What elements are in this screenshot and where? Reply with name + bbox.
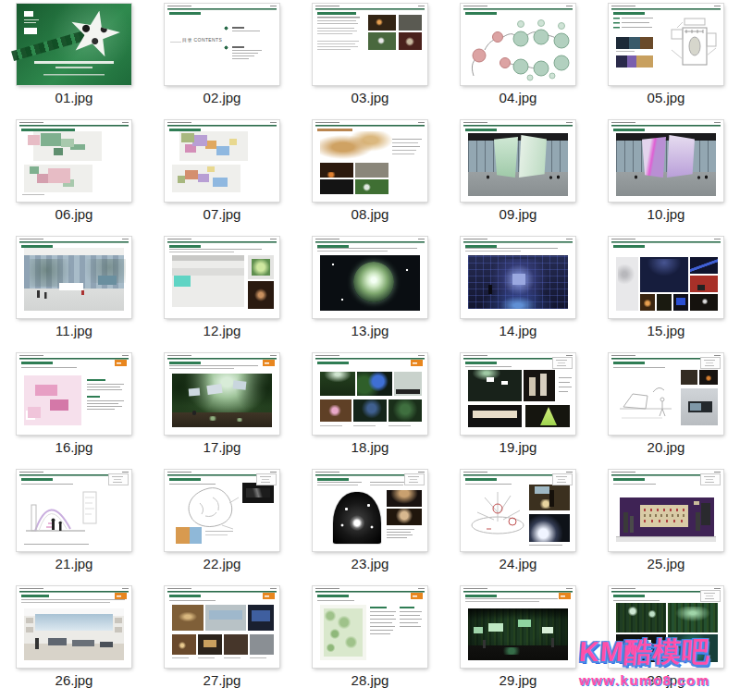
file-thumbnail-cave[interactable] [313, 470, 427, 551]
file-name-label[interactable]: 14.jpg [500, 323, 537, 338]
file-thumbnail[interactable] [313, 4, 427, 85]
file-thumbnail-collage[interactable] [609, 237, 723, 318]
screen-graphic [233, 380, 247, 389]
file-thumbnail-tunnel[interactable] [461, 237, 575, 318]
file-name-label[interactable]: 10.jpg [648, 206, 685, 222]
file-thumbnail-photo-grid[interactable] [165, 586, 279, 668]
file-thumbnail-cover[interactable] [17, 4, 131, 85]
file-name-label[interactable]: 03.jpg [352, 90, 389, 105]
file-tile[interactable]: 20.jpg [592, 350, 740, 466]
sketch-stamp-icon [553, 358, 572, 368]
file-thumbnail-bamboo-grid[interactable] [609, 586, 723, 668]
file-tile[interactable]: 28.jpg [296, 583, 444, 699]
file-tile[interactable]: 26.jpg [0, 583, 148, 699]
file-name-label[interactable]: 06.jpg [56, 206, 93, 222]
sketch-stamp-icon [701, 358, 720, 368]
file-tile[interactable]: 23.jpg [296, 466, 444, 583]
file-thumbnail-showcase[interactable] [461, 353, 575, 435]
file-name-label[interactable]: 04.jpg [500, 90, 537, 105]
screen-graphic [642, 137, 666, 178]
file-thumbnail-contents[interactable]: 目录 CONTENTS [165, 4, 279, 85]
file-thumbnail-blob-sketch[interactable] [165, 470, 279, 551]
file-tile[interactable]: 11.jpg [0, 233, 148, 350]
file-name-label[interactable]: 08.jpg [352, 206, 389, 222]
file-thumbnail-plan[interactable] [609, 4, 723, 85]
file-name-label[interactable]: 20.jpg [648, 439, 685, 455]
file-tile[interactable]: 06.jpg [0, 117, 148, 233]
file-name-label[interactable]: 24.jpg [500, 556, 537, 571]
file-name-label[interactable]: 07.jpg [204, 206, 241, 222]
file-name-label[interactable]: 23.jpg [352, 556, 389, 571]
file-tile[interactable]: 目录 CONTENTS 02.jpg [148, 0, 296, 117]
file-name-label[interactable]: 29.jpg [500, 672, 537, 688]
file-name-label[interactable]: 02.jpg [204, 90, 241, 105]
file-thumbnail-sketch-product[interactable] [609, 353, 723, 435]
thumbnail-grid: 01.jpg 目录 CONTENTS 02.jpg 03.jpg [0, 0, 740, 700]
file-tile[interactable]: 13.jpg [296, 233, 444, 350]
file-name-label[interactable]: 27.jpg [204, 672, 241, 688]
file-thumbnail-elevation[interactable] [17, 470, 131, 551]
file-tile[interactable]: 12.jpg [148, 233, 296, 350]
file-name-label[interactable]: 01.jpg [56, 90, 93, 105]
file-thumbnail-jungle[interactable] [165, 353, 279, 435]
file-tile[interactable]: 29.jpg [444, 583, 592, 699]
file-tile[interactable]: 07.jpg [148, 117, 296, 233]
file-name-label[interactable]: 30.jpg [648, 672, 685, 688]
file-tile[interactable]: 04.jpg [444, 0, 592, 117]
file-thumbnail-landscape-plan[interactable] [313, 586, 427, 668]
file-name-label[interactable]: 12.jpg [204, 323, 241, 338]
file-thumbnail-portal[interactable] [313, 237, 427, 318]
file-thumbnail-jungle-grid[interactable] [313, 353, 427, 435]
file-name-label[interactable]: 05.jpg [648, 90, 685, 105]
file-tile[interactable]: 10.jpg [592, 117, 740, 233]
screen-graphic [494, 137, 518, 178]
file-thumbnail-hall-purple[interactable] [609, 120, 723, 202]
file-thumbnail-plan-green[interactable] [17, 120, 131, 202]
file-thumbnail-plan-color[interactable] [165, 120, 279, 202]
file-thumbnail-interior[interactable] [165, 237, 279, 318]
file-name-label[interactable]: 21.jpg [56, 556, 93, 571]
file-tile[interactable]: 25.jpg [592, 466, 740, 583]
file-tile[interactable]: 16.jpg [0, 350, 148, 466]
file-tile[interactable]: 21.jpg [0, 466, 148, 583]
file-thumbnail-flowchart[interactable] [461, 4, 575, 85]
file-thumbnail-gallery[interactable] [17, 586, 131, 668]
file-name-label[interactable]: 18.jpg [352, 439, 389, 455]
file-thumbnail-purple-wall[interactable] [609, 470, 723, 551]
orange-logo-icon [411, 593, 423, 599]
file-thumbnail-sketch[interactable] [313, 120, 427, 202]
file-tile[interactable]: 19.jpg [444, 350, 592, 466]
file-tile[interactable]: 14.jpg [444, 233, 592, 350]
sketch-stamp-icon [257, 474, 276, 485]
file-tile[interactable]: 27.jpg [148, 583, 296, 699]
file-name-label[interactable]: 09.jpg [500, 206, 537, 222]
file-tile[interactable]: 18.jpg [296, 350, 444, 466]
file-name-label[interactable]: 19.jpg [500, 439, 537, 455]
file-thumbnail-pink-plan[interactable] [17, 353, 131, 435]
file-tile[interactable]: 09.jpg [444, 117, 592, 233]
file-tile[interactable]: 30.jpg [592, 583, 740, 699]
file-name-label[interactable]: 28.jpg [352, 672, 389, 688]
file-name-label[interactable]: 22.jpg [204, 556, 241, 571]
flowchart-graphic [468, 17, 570, 81]
file-tile[interactable]: 03.jpg [296, 0, 444, 117]
file-name-label[interactable]: 15.jpg [648, 323, 685, 338]
file-thumbnail-diagram[interactable] [461, 470, 575, 551]
file-name-label[interactable]: 25.jpg [648, 556, 685, 571]
file-name-label[interactable]: 11.jpg [56, 323, 92, 338]
file-tile[interactable]: 17.jpg [148, 350, 296, 466]
file-name-label[interactable]: 26.jpg [56, 672, 93, 688]
file-tile[interactable]: 15.jpg [592, 233, 740, 350]
file-name-label[interactable]: 13.jpg [352, 323, 389, 338]
file-thumbnail-bamboo-hall[interactable] [461, 586, 575, 668]
file-tile[interactable]: 01.jpg [0, 0, 148, 117]
file-tile[interactable]: 22.jpg [148, 466, 296, 583]
file-tile[interactable]: 08.jpg [296, 117, 444, 233]
file-tile[interactable]: 05.jpg [592, 0, 740, 117]
file-name-label[interactable]: 16.jpg [56, 439, 93, 455]
file-tile[interactable]: 24.jpg [444, 466, 592, 583]
file-thumbnail-hall-green[interactable] [461, 120, 575, 202]
file-thumbnail-lobby[interactable] [17, 237, 131, 318]
file-name-label[interactable]: 17.jpg [204, 439, 241, 455]
dark-arch-graphic [333, 492, 381, 544]
